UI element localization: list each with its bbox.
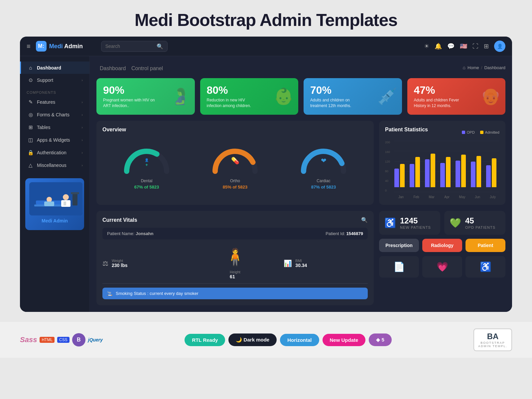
home-icon: ⌂ (463, 65, 466, 70)
legend-admitted-label: Admitted (485, 130, 499, 134)
sidebar-item-forms-charts[interactable]: ◎ Forms & Charts › (20, 108, 89, 121)
new-update-pill[interactable]: New Update (323, 334, 366, 346)
stat-icon-1: 👶 (274, 87, 294, 106)
search-bar[interactable]: 🔍 (101, 41, 168, 52)
y-label-40: 40 (385, 179, 390, 183)
bar-group-0 (394, 164, 408, 187)
rtl-ready-pill[interactable]: RTL Ready (185, 334, 225, 346)
tables-icon: ⊞ (28, 124, 34, 130)
footer-logo-box: BA BOOTSTRAP ADMIN TEMPL. (473, 329, 512, 351)
hamburger-icon[interactable]: ≡ (27, 43, 31, 50)
breadcrumb-row: Dashboard Control panel ⌂ Home / Dashboa… (96, 63, 505, 72)
chevron-right-icon: › (81, 113, 83, 117)
stat-card-0: 90% Pregnant women with HIV on ART infec… (96, 78, 195, 115)
search-input[interactable] (105, 44, 154, 49)
flag-icon[interactable]: 🇺🇸 (460, 43, 467, 50)
prescription-button[interactable]: Prescription (379, 239, 419, 252)
y-label-80: 80 (385, 170, 390, 173)
gauge-dental-label: Dental (120, 179, 173, 183)
avatar[interactable]: 👤 (494, 41, 505, 52)
smoking-status-text: Smoking Status : current every day smoke… (116, 291, 199, 296)
jquery-badge: jQuery (88, 337, 103, 342)
settings-icon[interactable]: ⊞ (484, 43, 489, 50)
breadcrumb: ⌂ Home / Dashboard (463, 65, 505, 70)
gauge-ortho-label: Ortho (208, 179, 262, 183)
weight-value: 230 lbs (112, 263, 127, 268)
sidebar-item-authentication[interactable]: 🔒 Authentication › (20, 146, 89, 159)
css-badge: CSS (57, 337, 69, 343)
opd-patients-label: OPD PATIENTS (465, 225, 495, 229)
heartbeat-icon-btn[interactable]: 💗 (422, 256, 462, 278)
horizontal-pill[interactable]: Horizontal (280, 334, 319, 346)
sidebar-illustration (29, 182, 82, 215)
notification-icon[interactable]: 🔔 (435, 43, 442, 50)
gauge-ortho: 💊 Ortho 85% of 5823 (208, 141, 262, 190)
vitals-search-icon[interactable]: 🔍 (361, 217, 368, 223)
bar-admitted-5 (476, 156, 481, 188)
bar-opd-5 (471, 162, 475, 187)
sidebar-image-label: Medi Admin (29, 215, 80, 226)
theme-icon[interactable]: ☀ (424, 43, 429, 50)
sidebar-item-features[interactable]: ✎ Features › (20, 96, 89, 108)
html-badge: HTML (40, 337, 55, 343)
sidebar-item-apps-widgets[interactable]: ◫ Apps & Widgets › (20, 134, 89, 146)
sidebar-item-miscellaneous[interactable]: △ Miscellaneous › (20, 159, 89, 172)
gauge-dental: + 👤 Dental 67% of 5823 (120, 141, 173, 190)
legend-admitted: Admitted (480, 130, 499, 134)
sidebar-label-features: Features (37, 99, 55, 105)
height-value: 61 (230, 274, 240, 279)
sidebar-item-dashboard[interactable]: ⌂ Dashboard (20, 62, 89, 74)
patient-button[interactable]: Patient (466, 239, 505, 252)
expand-icon[interactable]: ⛶ (472, 43, 478, 50)
gauge-cardiac-value: 87% of 5823 (297, 185, 350, 190)
dark-mode-pill[interactable]: 🌙 Dark mode (228, 333, 277, 346)
radiology-button[interactable]: Radiology (422, 239, 462, 252)
smoking-icon: 🚬 (107, 291, 112, 296)
sidebar-image-label-colored: Medi (42, 218, 52, 223)
bmi-metric: 📊 BMI 30.34 (284, 259, 368, 268)
patient-name-value: Jonsahn (136, 231, 153, 236)
sidebar-item-support[interactable]: ⊙ Support › (20, 74, 89, 86)
page-heading: Dashboard Control panel (96, 63, 163, 72)
accessibility-icon-btn[interactable]: ♿ (466, 256, 505, 278)
bar-group-1 (410, 157, 423, 187)
bar-group-5 (471, 156, 484, 188)
y-axis: 200 160 120 80 40 0 (385, 141, 390, 192)
sidebar-label-dashboard: Dashboard (37, 65, 61, 70)
gauge-dental-value: 67% of 5823 (120, 185, 173, 190)
sidebar-label-support: Support (37, 77, 53, 83)
sidebar-label-tables: Tables (37, 125, 50, 130)
chart-month-0: Jan (394, 195, 408, 199)
document-icon-btn[interactable]: 📄 (379, 256, 419, 278)
stat-card-1: 80% Reduction in new HIV infection among… (200, 78, 299, 115)
weight-metric: ⚖ Weight 230 lbs (102, 259, 187, 268)
footer-logo-sub: BOOTSTRAP ADMIN TEMPL. (478, 341, 507, 348)
vitals-card: Current Vitals 🔍 Patient Name: Jonsahn P… (96, 211, 374, 305)
gauge-ortho-value: 85% of 5823 (208, 185, 262, 190)
bmi-label: BMI (295, 259, 307, 263)
sass-badge: Sass (20, 335, 37, 344)
svg-text:💊: 💊 (231, 157, 239, 165)
patient-id-value: 1546879 (346, 231, 363, 236)
chevron-right-icon: › (81, 125, 83, 129)
chart-month-3: Apr (440, 195, 454, 199)
right-stats: ♿ 1245 NEW PATIENTS 💚 45 OPD PATIENTS (379, 211, 505, 305)
sidebar-item-tables[interactable]: ⊞ Tables › (20, 121, 89, 134)
sidebar-label-apps: Apps & Widgets (37, 137, 70, 143)
vitals-metrics: ⚖ Weight 230 lbs 🧍 Height 61 (102, 243, 368, 284)
message-icon[interactable]: 💬 (447, 43, 455, 50)
bar-admitted-0 (400, 164, 405, 187)
sidebar: ⌂ Dashboard ⊙ Support › Components ✎ Fea… (20, 56, 90, 312)
svg-text:+: + (145, 162, 148, 167)
overview-card: Overview + 👤 Dental 67% of 5823 (96, 121, 374, 205)
bar-opd-4 (456, 161, 460, 188)
breadcrumb-home[interactable]: Home (467, 65, 479, 70)
y-label-0: 0 (385, 189, 390, 192)
stat-desc-2: Adults and children on treatment 12th mo… (310, 97, 363, 109)
chevron-right-icon: › (81, 163, 83, 167)
stat-icon-0: 🤰 (170, 87, 190, 106)
stat-desc-0: Pregnant women with HIV on ART infection… (103, 97, 156, 109)
new-patients-label: NEW PATIENTS (400, 225, 431, 229)
bar-admitted-2 (431, 154, 435, 188)
version-pill[interactable]: ◈ 5 (369, 333, 392, 346)
